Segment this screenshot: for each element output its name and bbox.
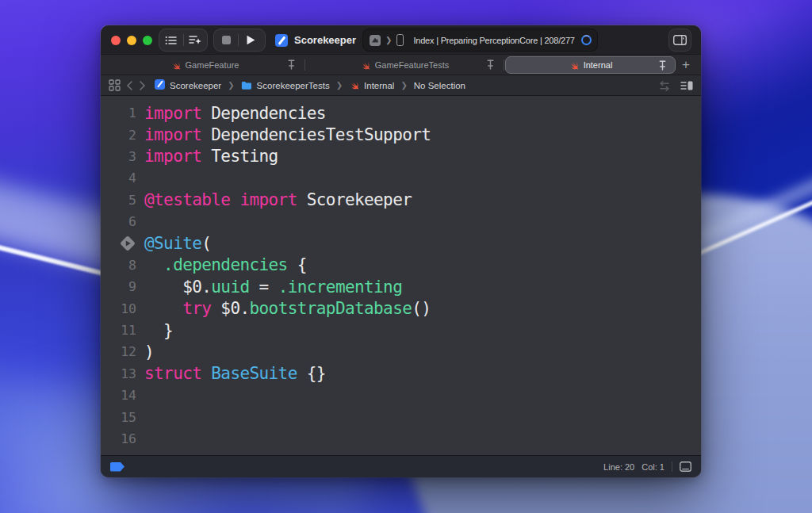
- back-button[interactable]: [126, 81, 133, 90]
- inspector-toggle-button[interactable]: [668, 29, 691, 52]
- iphone-icon: [396, 34, 404, 46]
- code-line[interactable]: 15: [101, 406, 701, 427]
- list-sparkle-button[interactable]: [184, 29, 208, 51]
- play-icon: [247, 35, 255, 45]
- line-number: 13: [101, 366, 137, 381]
- run-button[interactable]: [239, 29, 262, 51]
- pin-icon[interactable]: [659, 60, 666, 71]
- stop-icon: [222, 36, 231, 44]
- new-tab-button[interactable]: +: [677, 55, 695, 75]
- tab-label: GameFeatureTests: [375, 60, 450, 70]
- desktop: Scorekeeper ❯ iPho Index | Preparing Per…: [0, 0, 812, 513]
- code-text: @Suite(: [137, 234, 211, 253]
- zoom-button[interactable]: [143, 36, 152, 45]
- code-line[interactable]: 8 .dependencies {: [101, 255, 701, 276]
- folder-icon: [241, 81, 252, 90]
- line-number: 16: [101, 431, 137, 446]
- list-icon: [165, 35, 178, 46]
- code-line[interactable]: 11 }: [101, 320, 701, 341]
- status-message: Index | Preparing PerceptionCore | 208/2…: [413, 36, 574, 45]
- line-number: 2: [101, 128, 137, 143]
- breadcrumb-label: No Selection: [414, 81, 465, 90]
- breadcrumb-item-scorekeeper[interactable]: Scorekeeper: [155, 78, 221, 93]
- activity-status-pill[interactable]: ❯ iPho Index | Preparing PerceptionCore …: [362, 29, 598, 52]
- swap-editors-icon[interactable]: [658, 81, 671, 91]
- code-text: }: [137, 321, 173, 340]
- breadcrumb-separator-icon: ❯: [400, 81, 407, 90]
- line-number: 10: [101, 301, 137, 316]
- inspector-panel-icon: [673, 35, 687, 45]
- code-line[interactable]: 4: [101, 167, 701, 189]
- tab-label: GameFeature: [186, 60, 239, 70]
- line-indicator: Line: 20: [603, 462, 634, 472]
- tab-gamefeature[interactable]: GameFeature: [105, 56, 304, 74]
- breakpoint-toggle-icon[interactable]: [110, 462, 124, 472]
- jumpbar-right-controls: [658, 75, 693, 96]
- code-line[interactable]: 14: [101, 385, 701, 406]
- test-diamond-icon[interactable]: [101, 235, 137, 252]
- code-line[interactable]: 3import Testing: [101, 146, 701, 167]
- code-line[interactable]: 16: [101, 428, 701, 450]
- run-button-group: [213, 29, 266, 52]
- tab-separator: [504, 59, 504, 71]
- project-name: Scorekeeper: [294, 34, 356, 46]
- editor-bottom-bar: Line: 20 Col: 1: [101, 455, 701, 477]
- list-button[interactable]: [159, 29, 183, 51]
- related-items-icon[interactable]: [109, 79, 121, 91]
- breadcrumb-label: Scorekeeper: [170, 81, 221, 90]
- code-text: try $0.bootstrapDatabase(): [137, 299, 431, 318]
- code-line[interactable]: 6: [101, 211, 701, 232]
- list-sparkle-icon: [189, 34, 202, 46]
- code-text: $0.uuid = .incrementing: [137, 278, 402, 297]
- swift-icon: [349, 80, 359, 90]
- pin-icon[interactable]: [288, 59, 295, 70]
- breadcrumb-item-scorekeepertests[interactable]: ScorekeeperTests: [241, 81, 330, 90]
- code-line[interactable]: 12): [101, 341, 701, 362]
- line-number: 9: [101, 279, 137, 294]
- jump-bar: Scorekeeper❯ScorekeeperTests❯Internal❯No…: [101, 75, 701, 96]
- forward-button[interactable]: [139, 81, 146, 90]
- project-title: Scorekeeper: [275, 25, 356, 55]
- tab-label: Internal: [584, 60, 613, 70]
- code-editor[interactable]: 1import Dependencies2import Dependencies…: [101, 96, 701, 455]
- line-number: 4: [101, 170, 137, 186]
- line-number: 6: [101, 214, 137, 229]
- breadcrumb-item-no-selection[interactable]: No Selection: [414, 81, 465, 90]
- app-icon: [370, 35, 381, 46]
- code-text: @testable import Scorekeeper: [137, 190, 412, 209]
- code-line[interactable]: 1import Dependencies: [101, 102, 701, 124]
- breadcrumb-label: Internal: [364, 81, 394, 90]
- tab-internal[interactable]: Internal: [505, 56, 676, 74]
- line-number: 3: [101, 149, 137, 164]
- chevron-right-icon: ❯: [385, 36, 392, 44]
- line-number: 8: [101, 258, 137, 273]
- column-indicator: Col: 1: [642, 462, 665, 472]
- line-number: 12: [101, 344, 137, 359]
- pin-icon[interactable]: [487, 59, 494, 70]
- code-text: struct BaseSuite {}: [137, 364, 326, 383]
- stop-button[interactable]: [214, 29, 238, 51]
- swift-icon: [170, 60, 181, 71]
- breadcrumb-item-internal[interactable]: Internal: [349, 80, 394, 90]
- code-line[interactable]: 5@testable import Scorekeeper: [101, 190, 701, 211]
- breadcrumb-separator-icon: ❯: [228, 81, 234, 90]
- code-line[interactable]: 13struct BaseSuite {}: [101, 363, 701, 385]
- line-number: 5: [101, 193, 137, 208]
- code-line[interactable]: 10 try $0.bootstrapDatabase(): [101, 298, 701, 320]
- code-text: import DependenciesTestSupport: [137, 125, 431, 144]
- close-button[interactable]: [111, 36, 121, 45]
- tab-gamefeaturetests[interactable]: GameFeatureTests: [306, 56, 503, 74]
- code-line[interactable]: 9 $0.uuid = .incrementing: [101, 276, 701, 297]
- project-icon: [155, 78, 165, 93]
- divider: [672, 461, 672, 472]
- traffic-lights: [111, 36, 152, 45]
- code-line[interactable]: @Suite(: [101, 232, 701, 254]
- code-line[interactable]: 2import DependenciesTestSupport: [101, 124, 701, 145]
- navigator-button-group: [159, 29, 208, 52]
- display-icon[interactable]: [680, 461, 691, 472]
- titlebar: Scorekeeper ❯ iPho Index | Preparing Per…: [101, 25, 701, 55]
- editor-options-icon[interactable]: [680, 80, 693, 91]
- swift-icon: [569, 60, 579, 71]
- minimize-button[interactable]: [127, 36, 136, 45]
- line-number: 15: [101, 410, 137, 425]
